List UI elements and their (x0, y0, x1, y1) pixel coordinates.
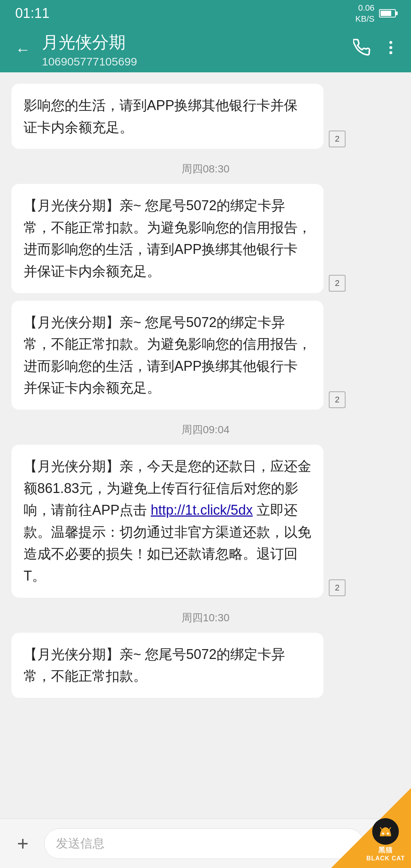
input-placeholder: 发送信息 (56, 835, 105, 852)
network-speed: 0.06 KB/S (355, 2, 374, 24)
header-info: 月光侠分期 106905777105699 (42, 31, 346, 68)
message-text: 【月光侠分期】亲~ 您尾号5072的绑定卡异常，不能正常扣款。为避免影响您的信用… (24, 314, 311, 396)
message-text: 【月光侠分期】亲，今天是您的还款日，应还金额861.83元，为避免上传百行征信后… (24, 458, 311, 584)
svg-point-1 (389, 46, 392, 49)
contact-name: 月光侠分期 (42, 31, 346, 54)
timestamp-3: 周四10:30 (0, 602, 411, 629)
message-input[interactable]: 发送信息 (44, 828, 364, 859)
message-wrapper: 【月光侠分期】亲，今天是您的还款日，应还金额861.83元，为避免上传百行征信后… (0, 441, 411, 602)
watermark-cat-icon (372, 818, 399, 845)
battery-icon (379, 9, 396, 18)
timestamp-2: 周四09:04 (0, 413, 411, 441)
message-bubble: 【月光侠分期】亲~ 您尾号5072的绑定卡异常，不能正常扣款。为避免影响您的信用… (11, 301, 323, 410)
watermark-text-en: BLACK CAT (366, 855, 405, 862)
status-right: 0.06 KB/S (355, 2, 396, 24)
watermark-content: 黑猫 BLACK CAT (366, 818, 405, 862)
message-bubble: 【月光侠分期】亲~ 您尾号5072的绑定卡异常，不能正常扣款。为避免影响您的信用… (11, 184, 323, 293)
more-icon[interactable] (382, 39, 400, 60)
watermark-text-cn: 黑猫 (378, 846, 393, 855)
plus-button[interactable]: + (9, 830, 37, 857)
status-time: 01:11 (15, 5, 49, 21)
message-wrapper: 【月光侠分期】亲~ 您尾号5072的绑定卡异常，不能正常扣款。为避免影响您的信用… (0, 297, 411, 413)
message-bubble: 【月光侠分期】亲，今天是您的还款日，应还金额861.83元，为避免上传百行征信后… (11, 445, 323, 598)
svg-point-6 (387, 833, 389, 835)
svg-point-5 (382, 833, 384, 835)
svg-point-0 (389, 41, 392, 44)
msg-status-wrapper: 2 (323, 579, 346, 598)
message-wrapper: 【月光侠分期】亲~ 您尾号5072的绑定卡异常，不能正常扣款。 (0, 629, 411, 702)
msg-status-wrapper: 2 (323, 275, 346, 293)
timestamp-1: 周四08:30 (0, 153, 411, 180)
call-icon[interactable] (353, 39, 371, 60)
message-wrapper: 【月光侠分期】亲~ 您尾号5072的绑定卡异常，不能正常扣款。为避免影响您的信用… (0, 180, 411, 297)
message-text: 【月光侠分期】亲~ 您尾号5072的绑定卡异常，不能正常扣款。为避免影响您的信用… (24, 198, 311, 279)
message-wrapper: 影响您的生活，请到APP换绑其他银行卡并保证卡内余额充足。 2 (0, 80, 411, 153)
msg-status-wrapper: 2 (323, 391, 346, 410)
svg-point-2 (389, 51, 392, 54)
message-text: 影响您的生活，请到APP换绑其他银行卡并保证卡内余额充足。 (24, 97, 298, 135)
header: ← 月光侠分期 106905777105699 (0, 27, 411, 72)
message-bubble: 【月光侠分期】亲~ 您尾号5072的绑定卡异常，不能正常扣款。 (11, 633, 323, 698)
chat-area: 影响您的生活，请到APP换绑其他银行卡并保证卡内余额充足。 2 周四08:30 … (0, 72, 411, 834)
svg-point-7 (384, 835, 387, 836)
msg-status-wrapper: 2 (323, 131, 346, 149)
message-status: 2 (329, 275, 346, 292)
header-actions (353, 39, 400, 60)
black-cat-watermark: 黑猫 BLACK CAT (331, 788, 411, 868)
message-status: 2 (329, 579, 346, 596)
message-status: 2 (329, 391, 346, 408)
message-bubble: 影响您的生活，请到APP换绑其他银行卡并保证卡内余额充足。 (11, 84, 323, 149)
contact-number: 106905777105699 (42, 55, 346, 68)
message-text: 【月光侠分期】亲~ 您尾号5072的绑定卡异常，不能正常扣款。 (24, 646, 285, 684)
back-button[interactable]: ← (11, 37, 34, 62)
payment-link[interactable]: http://1t.click/5dx (151, 502, 253, 518)
message-status: 2 (329, 131, 346, 147)
status-bar: 01:11 0.06 KB/S (0, 0, 411, 27)
